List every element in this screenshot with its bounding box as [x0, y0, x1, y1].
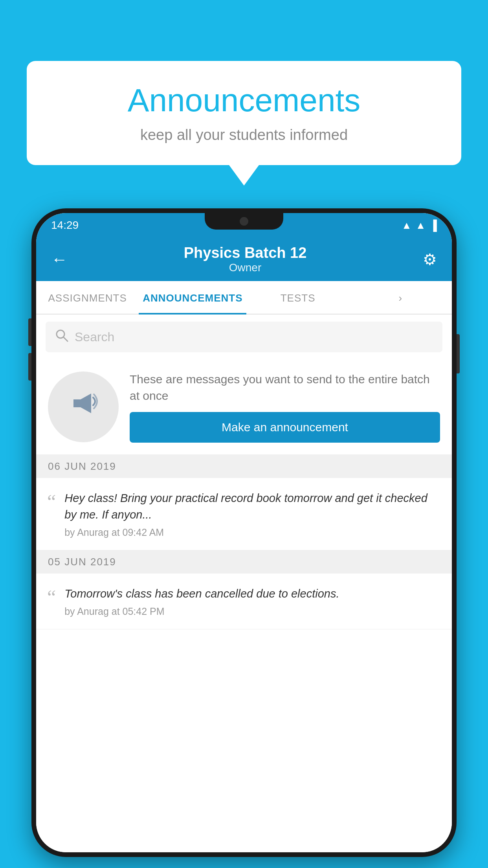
status-time: 14:29 [51, 219, 79, 232]
speech-bubble-subtitle: keep all your students informed [50, 127, 438, 143]
tabs-bar: ASSIGNMENTS ANNOUNCEMENTS TESTS › [36, 281, 452, 314]
tab-more[interactable]: › [349, 281, 452, 314]
signal-icon: ▲ [416, 219, 426, 232]
tab-tests[interactable]: TESTS [246, 281, 349, 314]
announcement-content-2: Tomorrow's class has been cancelled due … [64, 585, 441, 617]
announcement-prompt: These are messages you want to send to t… [36, 359, 452, 455]
announcement-item-1: “ Hey class! Bring your practical record… [36, 478, 452, 550]
header-title-block: Physics Batch 12 Owner [68, 245, 423, 274]
announcement-content-1: Hey class! Bring your practical record b… [64, 490, 441, 538]
volume-buttons [28, 318, 31, 381]
svg-line-1 [64, 337, 68, 341]
announcement-text-1: Hey class! Bring your practical record b… [64, 490, 441, 523]
status-icons: ▲ ▲ ▐ [402, 219, 437, 232]
phone-frame: 14:29 ▲ ▲ ▐ ← Physics Batch 12 Owner ⚙ A… [31, 208, 457, 857]
battery-icon: ▐ [430, 219, 437, 232]
announcement-text-2: Tomorrow's class has been cancelled due … [64, 585, 441, 602]
date-divider-1: 06 JUN 2019 [36, 455, 452, 478]
search-placeholder: Search [75, 330, 114, 344]
back-button[interactable]: ← [51, 250, 68, 269]
prompt-right: These are messages you want to send to t… [130, 371, 440, 443]
settings-icon[interactable]: ⚙ [423, 250, 437, 268]
wifi-icon: ▲ [402, 219, 412, 232]
speech-bubble-container: Announcements keep all your students inf… [27, 61, 461, 186]
announcement-meta-1: by Anurag at 09:42 AM [64, 527, 441, 538]
search-icon [55, 329, 68, 345]
make-announcement-button[interactable]: Make an announcement [130, 412, 440, 443]
app-header: ← Physics Batch 12 Owner ⚙ [36, 237, 452, 281]
power-btn [457, 334, 460, 373]
volume-down-btn [28, 353, 31, 381]
svg-marker-2 [73, 394, 91, 413]
header-subtitle: Owner [68, 261, 423, 274]
announcement-item-2: “ Tomorrow's class has been cancelled du… [36, 574, 452, 629]
speech-bubble-arrow [229, 165, 259, 186]
speech-bubble-title: Announcements [50, 83, 438, 118]
speech-bubble: Announcements keep all your students inf… [27, 61, 461, 165]
date-divider-2: 05 JUN 2019 [36, 550, 452, 574]
tab-assignments[interactable]: ASSIGNMENTS [36, 281, 139, 314]
phone-screen: 14:29 ▲ ▲ ▐ ← Physics Batch 12 Owner ⚙ A… [36, 213, 452, 852]
quote-icon-1: “ [47, 492, 56, 511]
megaphone-icon [66, 386, 101, 428]
prompt-description: These are messages you want to send to t… [130, 371, 440, 404]
header-title: Physics Batch 12 [68, 245, 423, 261]
search-bar[interactable]: Search [46, 322, 442, 352]
phone-camera [240, 217, 248, 226]
tab-announcements[interactable]: ANNOUNCEMENTS [139, 281, 246, 314]
phone-container: 14:29 ▲ ▲ ▐ ← Physics Batch 12 Owner ⚙ A… [31, 208, 457, 868]
quote-icon-2: “ [47, 587, 56, 607]
megaphone-circle [48, 371, 119, 442]
volume-up-btn [28, 318, 31, 346]
content-area: Search [36, 314, 452, 852]
search-container: Search [36, 314, 452, 359]
announcement-meta-2: by Anurag at 05:42 PM [64, 606, 441, 617]
